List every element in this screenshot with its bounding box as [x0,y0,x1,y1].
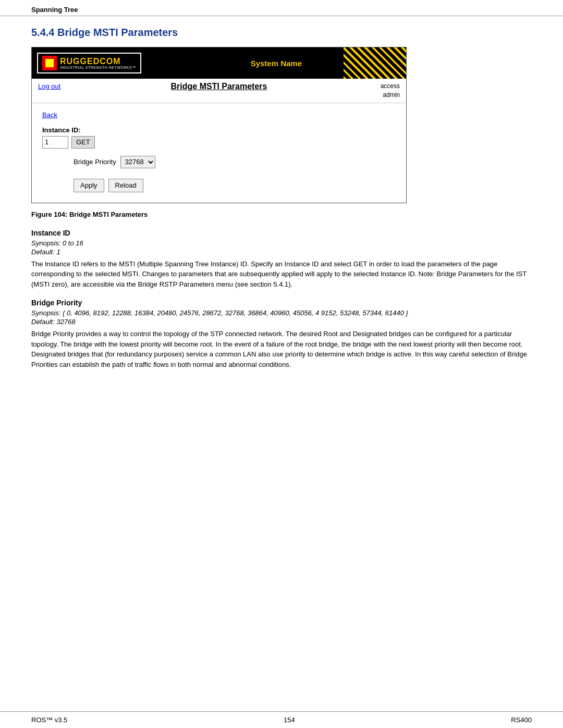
doc-instance-id-synopsis: Synopsis: 0 to 16 [31,239,532,247]
doc-bridge-priority-default: Default: 32768 [31,318,532,326]
logo-ruggedcom-text: RUGGEDCOM [60,57,136,66]
apply-button[interactable]: Apply [74,179,104,192]
nav-right: access admin [310,82,400,100]
figure-caption-text: Figure 104: Bridge MSTI Parameters [31,211,148,218]
instance-id-label: Instance ID: [42,126,396,134]
ui-box: RUGGEDCOM INDUSTRIAL STRENGTH NETWORKS™ … [31,47,407,203]
action-buttons-row: Apply Reload [42,179,396,192]
logout-link[interactable]: Log out [38,82,60,90]
bridge-priority-label: Bridge Priority [74,158,116,166]
logo-tagline-text: INDUSTRIAL STRENGTH NETWORKS™ [60,66,136,69]
doc-instance-id-body: The Instance ID refers to the MSTI (Mult… [31,259,532,290]
footer-left: ROS™ v3.5 [31,716,67,724]
section-heading: 5.4.4 Bridge MSTI Parameters [31,27,532,39]
logo-text-area: RUGGEDCOM INDUSTRIAL STRENGTH NETWORKS™ [60,57,136,69]
logo-icon [42,56,57,70]
doc-bridge-priority-synopsis: Synopsis: { 0, 4096, 8192, 12288, 16384,… [31,309,532,317]
doc-instance-id: Instance ID Synopsis: 0 to 16 Default: 1… [31,229,532,290]
main-content: 5.4.4 Bridge MSTI Parameters [0,16,563,711]
doc-instance-id-default: Default: 1 [31,248,532,256]
top-label-bar: Spanning Tree [0,0,563,16]
doc-bridge-priority-body: Bridge Priority provides a way to contro… [31,329,532,369]
nav-page-title: Bridge MSTI Parameters [129,82,310,91]
doc-bridge-priority: Bridge Priority Synopsis: { 0, 4096, 819… [31,299,532,369]
page-footer: ROS™ v3.5 154 RS400 [0,711,563,728]
admin-label: admin [383,91,400,98]
spanning-tree-label: Spanning Tree [31,6,78,14]
get-button[interactable]: GET [71,136,95,149]
doc-instance-id-title: Instance ID [31,229,532,237]
svg-rect-4 [45,59,54,67]
instance-id-row: GET [42,136,396,149]
header-stripe [344,47,406,79]
instance-id-group: Instance ID: GET [42,126,396,149]
footer-center: 154 [284,716,295,724]
ui-box-body: Back Instance ID: GET Bridge Priority 32… [32,103,406,203]
ui-box-header: RUGGEDCOM INDUSTRIAL STRENGTH NETWORKS™ … [32,47,406,79]
reload-button[interactable]: Reload [108,179,143,192]
logo-area: RUGGEDCOM INDUSTRIAL STRENGTH NETWORKS™ [37,53,141,73]
doc-bridge-priority-title: Bridge Priority [31,299,532,307]
bridge-priority-select[interactable]: 32768 0 4096 8192 12288 16384 20480 2457… [120,156,155,168]
bridge-priority-row: Bridge Priority 32768 0 4096 8192 12288 … [42,156,396,168]
access-label: access [381,82,400,90]
ui-box-nav: Log out Bridge MSTI Parameters access ad… [32,79,406,103]
instance-id-input[interactable] [42,136,68,149]
back-link[interactable]: Back [42,111,57,119]
footer-right: RS400 [511,716,532,724]
figure-caption: Figure 104: Bridge MSTI Parameters [31,211,532,218]
nav-left: Log out [38,82,129,90]
